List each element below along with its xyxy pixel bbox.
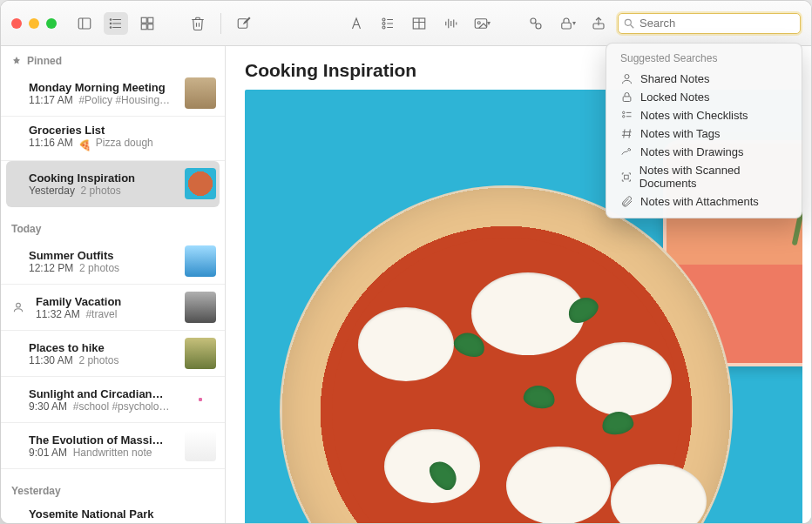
svg-point-16 xyxy=(382,22,385,24)
note-subtitle: 11:30 AM 2 photos xyxy=(29,354,178,366)
suggested-item-label: Notes with Attachments xyxy=(640,195,759,208)
svg-point-37 xyxy=(625,75,629,79)
note-title: The Evolution of Massi… xyxy=(29,433,178,447)
suggested-drawings[interactable]: Notes with Drawings xyxy=(612,143,796,161)
note-row[interactable]: Monday Morning Meeting 11:17 AM #Policy … xyxy=(1,71,225,117)
svg-rect-9 xyxy=(148,17,153,23)
audio-button[interactable] xyxy=(438,12,463,35)
search-icon xyxy=(623,17,635,32)
close-window-button[interactable] xyxy=(11,18,22,29)
section-yesterday: Yesterday xyxy=(1,469,225,500)
svg-point-18 xyxy=(382,26,385,29)
note-row[interactable]: Places to hike 11:30 AM 2 photos xyxy=(1,331,225,377)
suggested-item-label: Notes with Checklists xyxy=(640,109,748,122)
note-title: Monday Morning Meeting xyxy=(29,81,178,94)
checklist-icon xyxy=(620,109,633,122)
svg-line-43 xyxy=(624,130,625,138)
lock-icon xyxy=(620,91,633,104)
suggested-item-label: Locked Notes xyxy=(640,91,710,104)
svg-rect-38 xyxy=(623,97,631,102)
search-input[interactable] xyxy=(618,13,801,34)
note-row[interactable]: Groceries List 11:16 AM 🍕 Pizza dough xyxy=(1,117,225,161)
notes-window: ▾ ▾ Suggested Searches Shared Notes xyxy=(0,0,812,524)
svg-point-39 xyxy=(623,111,626,114)
minimize-window-button[interactable] xyxy=(29,18,39,29)
media-menu-button[interactable]: ▾ xyxy=(470,12,494,35)
note-row[interactable]: The Evolution of Massi… 9:01 AM Handwrit… xyxy=(1,423,225,469)
suggested-locked-notes[interactable]: Locked Notes xyxy=(612,88,796,106)
list-view-button[interactable] xyxy=(104,12,128,35)
section-today: Today xyxy=(1,207,225,238)
note-thumbnail xyxy=(185,384,216,415)
note-subtitle: 11:32 AM #travel xyxy=(36,308,178,320)
suggested-attachments[interactable]: Notes with Attachments xyxy=(612,192,796,211)
note-thumbnail xyxy=(185,430,216,461)
svg-point-48 xyxy=(17,303,21,307)
suggested-checklists[interactable]: Notes with Checklists xyxy=(612,106,796,124)
fullscreen-window-button[interactable] xyxy=(46,18,57,29)
svg-point-7 xyxy=(110,26,112,28)
svg-line-36 xyxy=(631,24,634,28)
table-button[interactable] xyxy=(407,12,431,35)
svg-rect-33 xyxy=(562,23,572,29)
share-button[interactable] xyxy=(586,12,611,35)
titlebar: ▾ ▾ Suggested Searches Shared Notes xyxy=(1,1,811,46)
gallery-view-button[interactable] xyxy=(135,12,159,35)
window-controls xyxy=(11,18,57,29)
note-title: Places to hike xyxy=(29,341,178,354)
suggested-item-label: Notes with Drawings xyxy=(640,145,744,158)
note-title: Groceries List xyxy=(29,124,216,137)
note-subtitle: 11:17 AM #Policy #Housing… xyxy=(29,94,178,106)
suggested-tags[interactable]: Notes with Tags xyxy=(612,124,796,143)
scan-icon xyxy=(620,171,633,184)
note-thumbnail xyxy=(185,245,216,277)
svg-point-30 xyxy=(531,18,536,24)
suggested-searches-popover: Suggested Searches Shared Notes Locked N… xyxy=(606,43,802,218)
lock-menu-button[interactable]: ▾ xyxy=(555,12,579,35)
svg-rect-8 xyxy=(141,17,146,23)
compose-note-button[interactable] xyxy=(232,12,256,35)
note-subtitle: 11:16 AM 🍕 Pizza dough xyxy=(29,137,216,153)
note-row[interactable]: Family Vacation 11:32 AM #travel xyxy=(1,285,225,331)
svg-rect-11 xyxy=(148,24,153,29)
toggle-sidebar-button[interactable] xyxy=(72,12,97,35)
note-row[interactable]: Summer Outfits 12:12 PM 2 photos xyxy=(1,238,225,285)
section-pinned: Pinned xyxy=(1,46,225,71)
attachment-icon xyxy=(620,195,633,208)
suggested-item-label: Notes with Scanned Documents xyxy=(639,164,788,190)
note-row[interactable]: Yosemite National Park xyxy=(1,500,225,523)
note-title: Summer Outfits xyxy=(29,249,178,262)
notes-list-sidebar[interactable]: Pinned Monday Morning Meeting 11:17 AM #… xyxy=(1,46,226,523)
suggested-shared-notes[interactable]: Shared Notes xyxy=(612,70,796,88)
note-subtitle: 9:30 AM #school #psycholo… xyxy=(29,400,178,413)
suggested-scanned[interactable]: Notes with Scanned Documents xyxy=(612,161,796,192)
note-subtitle: 9:01 AM Handwritten note xyxy=(29,447,178,459)
suggested-searches-header: Suggested Searches xyxy=(612,50,796,70)
toolbar-separator xyxy=(220,13,221,34)
link-note-button[interactable] xyxy=(524,12,548,35)
drawing-icon xyxy=(620,145,633,158)
note-subtitle: Yesterday 2 photos xyxy=(29,185,178,197)
note-row[interactable]: Sunlight and Circadian… 9:30 AM #school … xyxy=(1,377,225,423)
delete-note-button[interactable] xyxy=(186,12,210,35)
svg-point-14 xyxy=(382,18,385,21)
svg-rect-10 xyxy=(141,24,146,29)
search-field-wrap xyxy=(618,13,801,34)
checklist-button[interactable] xyxy=(376,12,400,35)
shared-indicator-icon xyxy=(11,301,25,313)
section-label: Today xyxy=(11,223,41,235)
format-text-button[interactable] xyxy=(344,12,369,35)
svg-point-41 xyxy=(623,116,626,118)
svg-line-44 xyxy=(629,130,630,138)
svg-rect-47 xyxy=(625,175,629,179)
pin-icon xyxy=(11,56,22,66)
shared-icon xyxy=(620,72,633,85)
svg-point-6 xyxy=(110,23,112,24)
pizza-icon: 🍕 xyxy=(78,139,92,153)
suggested-item-label: Shared Notes xyxy=(640,72,710,85)
svg-rect-0 xyxy=(78,18,91,29)
note-title: Cooking Inspiration xyxy=(29,171,178,185)
svg-point-29 xyxy=(477,21,480,24)
svg-line-32 xyxy=(535,23,537,24)
note-row-selected[interactable]: Cooking Inspiration Yesterday 2 photos xyxy=(6,161,220,207)
